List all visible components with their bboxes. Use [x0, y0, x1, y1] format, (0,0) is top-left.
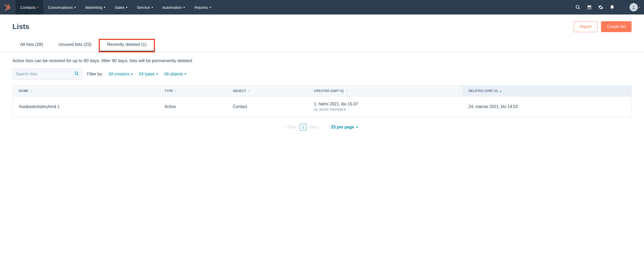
nav-divider — [622, 4, 622, 11]
search-icon[interactable] — [575, 5, 581, 10]
cell-type: Active — [158, 97, 227, 117]
created-by: by Janne Haonperä — [314, 107, 456, 112]
header-buttons: Import Create list — [574, 21, 632, 32]
sort-icon: ▲▼ — [248, 89, 250, 92]
col-label: NAME — [19, 89, 28, 93]
nav-conversations[interactable]: Conversations ▾ — [43, 0, 81, 15]
sort-icon: ▲▼ — [175, 89, 177, 92]
controls-row: Filter by: All creators ▼ All types ▼ Al… — [0, 63, 644, 80]
page-number[interactable]: 1 — [300, 124, 306, 131]
svg-line-16 — [77, 74, 78, 75]
top-nav: Contacts ▾ Conversations ▾ Marketing ▾ S… — [0, 0, 644, 15]
tab-recently-deleted[interactable]: Recently deleted (1) — [99, 39, 154, 52]
prev-button[interactable]: ‹ Prev — [285, 124, 297, 130]
settings-icon[interactable] — [598, 5, 603, 10]
chevron-down-icon: ▾ — [152, 6, 153, 9]
filter-types[interactable]: All types ▼ — [139, 72, 158, 76]
svg-rect-12 — [589, 7, 590, 8]
col-label: CREATED (GMT+2) — [314, 89, 344, 93]
col-deleted[interactable]: DELETED (GMT+2) ▲▼ — [462, 85, 632, 97]
chevron-right-icon: › — [319, 124, 321, 130]
filter-creators[interactable]: All creators ▼ — [109, 72, 133, 76]
nav-reports[interactable]: Reports ▾ — [190, 0, 216, 15]
nav-automation[interactable]: Automation ▾ — [158, 0, 190, 15]
nav-label: Automation — [162, 5, 182, 10]
nav-label: Service — [137, 5, 150, 10]
col-type[interactable]: TYPE ▲▼ — [158, 85, 227, 97]
table-row[interactable]: Asiakaskohderyhmä 1 Active Contact 1. he… — [13, 97, 631, 117]
cell-created: 1. helmi 2021, klo 15.07 by Janne Haonpe… — [308, 97, 462, 117]
marketplace-icon[interactable] — [587, 5, 592, 10]
tabs: All lists (28) Unused lists (23) Recentl… — [0, 32, 644, 52]
prev-label: Prev — [288, 125, 297, 130]
account-menu[interactable]: ▾ — [629, 3, 640, 11]
nav-sales[interactable]: Sales ▾ — [110, 0, 132, 15]
chevron-down-icon: ▼ — [356, 126, 359, 129]
filter-text: All creators — [109, 72, 129, 76]
svg-point-5 — [5, 4, 6, 6]
nav-service[interactable]: Service ▾ — [132, 0, 158, 15]
per-page-label: 25 per page — [331, 125, 354, 130]
next-button[interactable]: Next › — [310, 124, 321, 130]
header-row: Lists Import Create list — [0, 15, 644, 32]
search-input[interactable] — [16, 72, 74, 76]
col-object[interactable]: OBJECT ▲▼ — [227, 85, 308, 97]
nav-label: Sales — [115, 5, 125, 10]
chevron-down-icon: ▾ — [183, 6, 185, 9]
nav-items: Contacts ▾ Conversations ▾ Marketing ▾ S… — [16, 0, 216, 15]
chevron-down-icon: ▾ — [74, 6, 76, 9]
svg-point-15 — [75, 72, 78, 75]
hubspot-logo[interactable] — [0, 0, 16, 15]
col-label: DELETED (GMT+2) — [469, 89, 498, 93]
filter-objects[interactable]: All objects ▼ — [164, 72, 187, 76]
col-label: OBJECT — [233, 89, 246, 93]
notifications-icon[interactable] — [610, 5, 615, 10]
search-box[interactable] — [12, 69, 82, 80]
page-title: Lists — [12, 23, 29, 31]
nav-label: Conversations — [48, 5, 73, 10]
svg-point-1 — [8, 7, 9, 8]
per-page-select[interactable]: 25 per page ▼ — [331, 125, 359, 130]
svg-point-14 — [633, 5, 635, 7]
nav-right: ▾ — [575, 3, 640, 11]
tab-unused-lists[interactable]: Unused lists (23) — [51, 39, 99, 52]
svg-point-8 — [576, 5, 579, 9]
page: Lists Import Create list All lists (28) … — [0, 15, 644, 141]
cell-object: Contact — [227, 97, 308, 117]
chevron-down-icon: ▾ — [639, 6, 640, 9]
nav-label: Contacts — [20, 5, 35, 10]
create-list-button[interactable]: Create list — [601, 21, 632, 32]
import-button[interactable]: Import — [574, 21, 597, 32]
svg-rect-11 — [588, 7, 589, 8]
tab-all-lists[interactable]: All lists (28) — [12, 39, 51, 52]
chevron-down-icon: ▾ — [104, 6, 105, 9]
created-date: 1. helmi 2021, klo 15.07 — [314, 101, 456, 107]
nav-label: Reports — [194, 5, 208, 10]
sort-icon: ▲▼ — [499, 89, 502, 92]
filter-text: All objects — [164, 72, 183, 76]
cell-deleted: 24. marras 2021, klo 14.03 — [462, 97, 632, 117]
chevron-down-icon: ▼ — [130, 73, 133, 76]
chevron-down-icon: ▾ — [210, 6, 211, 9]
nav-contacts[interactable]: Contacts ▾ — [16, 0, 43, 15]
sort-icon: ▲▼ — [345, 89, 348, 92]
search-icon — [74, 71, 79, 77]
nav-marketing[interactable]: Marketing ▾ — [81, 0, 110, 15]
filter-label: Filter by: — [87, 72, 103, 76]
avatar — [629, 3, 638, 11]
nav-label: Marketing — [85, 5, 102, 10]
info-text: Active lists can be restored for up to 9… — [0, 52, 644, 63]
pager: ‹ Prev 1 Next › — [285, 124, 321, 131]
col-name[interactable]: NAME ▲▼ — [13, 85, 158, 97]
svg-line-9 — [579, 8, 580, 9]
chevron-down-icon: ▼ — [184, 73, 187, 76]
filter-text: All types — [139, 72, 154, 76]
svg-point-3 — [8, 4, 9, 5]
col-label: TYPE — [164, 89, 173, 93]
chevron-down-icon: ▾ — [37, 6, 39, 9]
col-created[interactable]: CREATED (GMT+2) ▲▼ — [308, 85, 462, 97]
chevron-down-icon: ▼ — [156, 73, 159, 76]
sort-icon: ▲▼ — [30, 89, 32, 92]
next-label: Next — [310, 125, 318, 130]
svg-point-7 — [5, 9, 6, 10]
